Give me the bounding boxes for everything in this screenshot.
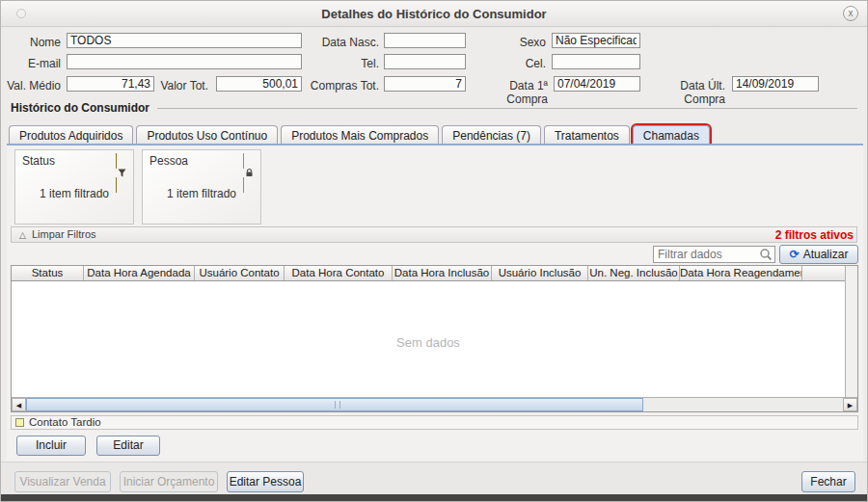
active-filters-count: 2 filtros ativos [775,228,854,242]
filter-card-status-text: 1 item filtrado [15,187,133,200]
window-bottom-edge [1,494,867,501]
scroll-left-icon[interactable]: ◀ [12,398,26,411]
column-header-usuario-inclusao[interactable]: Usuário Inclusão [492,266,588,280]
valor-tot-label: Valor Tot. [158,79,208,92]
filter-card-pessoa[interactable]: Pessoa 1 item filtrado [142,149,261,225]
collapse-triangle-icon: △ [19,230,26,240]
compras-tot-label: Compras Tot. [306,79,379,92]
dialog-detalhes-historico: Detalhes do Histórico do Consumidor x No… [0,0,868,502]
tab-chamadas[interactable]: Chamadas [633,125,710,145]
filter-card-title: Status [22,154,55,168]
editar-button[interactable]: Editar [96,436,160,456]
horizontal-scrollbar[interactable]: ◀ ▶ [12,397,857,411]
search-icon [759,248,773,261]
empty-table-message: Sem dados [12,335,845,350]
column-header-reagendamento[interactable]: Data Hora Reagendamento [680,266,802,280]
legend-swatch-contato-tardio [15,418,24,427]
cel-label: Cel. [483,57,546,70]
tab-produtos-adquiridos[interactable]: Produtos Adquiridos [9,125,133,145]
refresh-label: Atualizar [803,248,849,261]
scrollbar-track[interactable] [643,398,843,411]
column-header-agendada[interactable]: Data Hora Agendada [84,266,195,280]
column-header-usuario-contato[interactable]: Usuário Contato [195,266,285,280]
close-icon[interactable]: x [843,6,858,21]
filter-funnel-icon[interactable] [116,154,128,167]
email-label: E-mail [1,57,61,70]
tab-produtos-mais-comprados[interactable]: Produtos Mais Comprados [281,125,439,145]
tab-panel-chamadas: Status 1 item filtrado Pessoa [7,144,863,462]
visualizar-venda-button: Visualizar Venda [14,471,111,492]
section-divider [157,108,857,109]
footer-bar: Visualizar Venda Iniciar Orçamento Edita… [1,462,867,496]
data-nasc-label: Data Nasc. [290,36,379,49]
scroll-right-icon[interactable]: ▶ [843,398,857,411]
clear-filters-bar[interactable]: △Limpar Filtros [11,226,857,243]
iniciar-orcamento-button: Iniciar Orçamento [120,471,218,492]
vertical-scrollbar[interactable] [845,266,857,397]
calls-table: Status Data Hora Agendada Usuário Contat… [11,265,858,412]
nome-field[interactable] [67,33,302,48]
data-nasc-field[interactable] [384,33,466,48]
nome-label: Nome [1,36,61,49]
cel-field[interactable] [552,54,640,69]
editar-pessoa-button[interactable]: Editar Pessoa [227,471,304,492]
tab-strip: Produtos Adquiridos Produtos Uso Contínu… [9,125,710,145]
refresh-button[interactable]: ⟳Atualizar [779,245,858,264]
tel-field[interactable] [384,54,466,69]
scrollbar-thumb[interactable] [26,398,643,411]
title-bar: Detalhes do Histórico do Consumidor x [1,1,867,27]
refresh-icon: ⟳ [790,248,800,261]
column-header-hora-contato[interactable]: Data Hora Contato [285,266,393,280]
dialog-title: Detalhes do Histórico do Consumidor [1,7,867,21]
lock-icon[interactable] [243,154,256,167]
data-ult-compra-field[interactable] [732,76,819,92]
val-medio-label: Val. Médio [1,79,61,92]
email-field[interactable] [67,54,302,69]
tel-label: Tel. [290,57,379,70]
tab-pendencias[interactable]: Pendências (7) [442,125,541,145]
filter-card-title: Pessoa [149,154,188,168]
data-1a-compra-label: Data 1ª Compra [470,79,548,106]
clear-filters-label: Limpar Filtros [32,228,96,240]
fechar-button[interactable]: Fechar [801,471,855,492]
column-header-un-neg[interactable]: Un. Neg. Inclusão [588,266,680,280]
valor-tot-field[interactable] [216,76,302,92]
table-header-row: Status Data Hora Agendada Usuário Contat… [12,266,857,281]
tab-tratamentos[interactable]: Tratamentos [544,125,630,145]
data-1a-compra-field[interactable] [554,76,640,92]
data-ult-compra-label: Data Últ. Compra [637,79,725,106]
legend-label: Contato Tardio [29,416,101,428]
column-header-hora-inclusao[interactable]: Data Hora Inclusão [393,266,492,280]
sexo-field[interactable] [552,33,640,48]
tab-produtos-uso-continuo[interactable]: Produtos Uso Contínuo [136,125,278,145]
filter-card-status[interactable]: Status 1 item filtrado [14,149,134,225]
incluir-button[interactable]: Incluir [16,436,86,456]
section-title: Histórico do Consumidor [11,101,149,115]
sexo-label: Sexo [483,36,546,49]
filter-card-status-text: 1 item filtrado [143,187,260,200]
search-input[interactable] [653,246,775,263]
compras-tot-field[interactable] [384,76,466,92]
column-header-status[interactable]: Status [12,266,84,280]
legend-bar: Contato Tardio [11,415,858,430]
val-medio-field[interactable] [67,76,154,92]
